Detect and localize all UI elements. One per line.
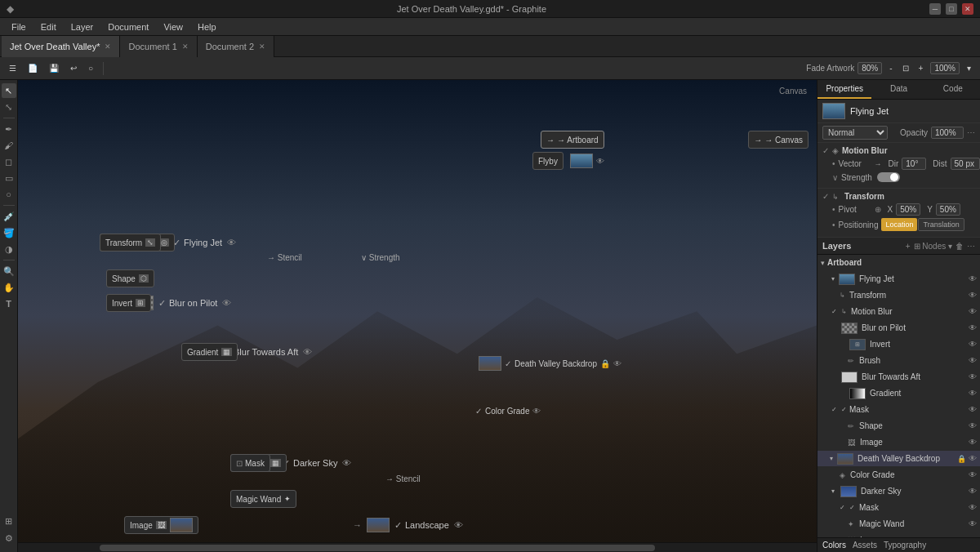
menu-document[interactable]: Document bbox=[101, 20, 155, 33]
dvb-eye-icon[interactable]: 👁 bbox=[613, 359, 621, 368]
pivot-crosshair-icon[interactable]: ⊕ bbox=[875, 205, 881, 214]
layer-item-flying-jet[interactable]: ▾ Flying Jet 👁 bbox=[817, 271, 980, 287]
node-transform[interactable]: Transform ⤡ bbox=[100, 234, 161, 252]
dir-input[interactable] bbox=[902, 158, 926, 170]
opacity-input[interactable] bbox=[931, 127, 964, 139]
flying-jet-eye[interactable]: 👁 bbox=[227, 238, 236, 247]
y-input[interactable] bbox=[936, 203, 960, 216]
tab-close-1[interactable]: ✕ bbox=[105, 42, 111, 51]
layer-item-blur-on-pilot[interactable]: Blur on Pilot 👁 bbox=[817, 320, 980, 336]
tool-hand[interactable]: ✋ bbox=[2, 280, 16, 295]
blur-on-pilot-eye[interactable]: 👁 bbox=[222, 298, 231, 308]
horizontal-scrollbar[interactable] bbox=[18, 542, 817, 552]
node-image2[interactable]: Image 🖼 bbox=[124, 516, 198, 534]
node-canvas[interactable]: → → Canvas bbox=[748, 131, 808, 149]
menu-help[interactable]: Help bbox=[191, 20, 223, 33]
tool-zoom-canvas[interactable]: 🔍 bbox=[2, 264, 16, 278]
tool-settings[interactable]: ⚙ bbox=[2, 531, 16, 545]
tool-rect[interactable]: ▭ bbox=[2, 171, 16, 185]
close-button[interactable]: ✕ bbox=[962, 3, 973, 15]
layers-menu-icon[interactable]: ⋯ bbox=[967, 242, 975, 251]
tab-close-2[interactable]: ✕ bbox=[182, 42, 189, 51]
shape-l-eye[interactable]: 👁 bbox=[969, 421, 977, 430]
flyby-eye-icon[interactable]: 👁 bbox=[596, 157, 604, 166]
tool-fill[interactable]: 🪣 bbox=[2, 225, 16, 240]
node-flyby[interactable]: Flyby bbox=[532, 152, 564, 170]
grad-eye[interactable]: 👁 bbox=[969, 389, 977, 398]
layers-delete-icon[interactable]: 🗑 bbox=[956, 242, 964, 251]
layers-add-icon[interactable]: + bbox=[906, 242, 911, 251]
cg-eye-icon[interactable]: 👁 bbox=[532, 407, 541, 416]
toolbar-redo[interactable]: ○ bbox=[84, 62, 97, 74]
node-invert[interactable]: Invert ⊞ bbox=[106, 294, 151, 312]
maximize-button[interactable]: □ bbox=[946, 3, 957, 15]
zoom-level[interactable]: 100% bbox=[930, 62, 960, 74]
menu-view[interactable]: View bbox=[157, 20, 189, 33]
layer-item-dvb[interactable]: ▾ Death Valley Backdrop 🔒 👁 bbox=[817, 451, 980, 467]
darker-sky-eye[interactable]: 👁 bbox=[342, 458, 351, 468]
zoom-dropdown[interactable]: ▾ bbox=[963, 62, 975, 74]
tool-text[interactable]: T bbox=[2, 296, 16, 311]
dvb-l-eye[interactable]: 👁 bbox=[969, 454, 977, 463]
node-shape[interactable]: Shape ⬡ bbox=[106, 269, 154, 287]
layer-item-blur-towards-aft[interactable]: Blur Towards Aft 👁 bbox=[817, 369, 980, 385]
tool-select[interactable]: ↖ bbox=[2, 83, 16, 98]
layer-item-color-grade[interactable]: ◈ Color Grade 👁 bbox=[817, 467, 980, 483]
toolbar-open[interactable]: 📄 bbox=[24, 62, 42, 74]
image-fj-eye[interactable]: 👁 bbox=[969, 438, 977, 447]
tab-jet-over-death-valley[interactable]: Jet Over Death Valley* ✕ bbox=[2, 36, 120, 57]
tab-document-2[interactable]: Document 2 ✕ bbox=[198, 36, 274, 57]
fj-eye-icon[interactable]: 👁 bbox=[969, 274, 977, 283]
layer-item-magic-wand[interactable]: ✦ Magic Wand 👁 bbox=[817, 516, 980, 532]
mw-l-eye[interactable]: 👁 bbox=[969, 519, 977, 528]
transform-eye[interactable]: 👁 bbox=[969, 291, 977, 300]
b-tab-typography[interactable]: Typography bbox=[884, 541, 926, 550]
layer-item-gradient[interactable]: Gradient 👁 bbox=[817, 385, 980, 402]
node-magic-wand[interactable]: Magic Wand ✦ bbox=[230, 490, 296, 508]
b-tab-assets[interactable]: Assets bbox=[853, 541, 877, 550]
cg-l-eye[interactable]: 👁 bbox=[969, 470, 977, 479]
layer-item-mask2[interactable]: ✓ ✓ Mask 👁 bbox=[817, 500, 980, 516]
node-gradient[interactable]: Gradient ▦ bbox=[181, 343, 238, 361]
tab-document-1[interactable]: Document 1 ✕ bbox=[120, 36, 197, 57]
minimize-button[interactable]: ─ bbox=[929, 3, 941, 15]
toolbar-save[interactable]: 💾 bbox=[45, 62, 63, 74]
menu-edit[interactable]: Edit bbox=[34, 20, 63, 33]
blur-towards-eye[interactable]: 👁 bbox=[303, 347, 312, 357]
layer-item-motion-blur[interactable]: ✓ ↳ Motion Blur 👁 bbox=[817, 304, 980, 320]
node-artboard[interactable]: → → Artboard bbox=[541, 131, 604, 149]
translation-button[interactable]: Translation bbox=[918, 218, 964, 231]
tool-brush[interactable]: 🖌 bbox=[2, 138, 16, 153]
brush-eye[interactable]: 👁 bbox=[969, 356, 977, 365]
strength-toggle[interactable] bbox=[877, 172, 900, 182]
inv-eye[interactable]: 👁 bbox=[969, 340, 977, 349]
tool-layers[interactable]: ⊞ bbox=[2, 514, 16, 528]
fj-toggle-icon[interactable]: ▾ bbox=[831, 275, 835, 283]
tab-data[interactable]: Data bbox=[871, 80, 925, 99]
zoom-in[interactable]: + bbox=[915, 62, 928, 74]
tab-code[interactable]: Code bbox=[926, 80, 980, 99]
tab-properties[interactable]: Properties bbox=[817, 80, 871, 99]
nodes-toggle[interactable]: ⊞ Nodes ▾ bbox=[914, 242, 952, 251]
tab-close-3[interactable]: ✕ bbox=[259, 42, 265, 51]
layer-item-mask[interactable]: ✓ ✓ Mask 👁 bbox=[817, 402, 980, 418]
menu-layer[interactable]: Layer bbox=[65, 20, 100, 33]
x-input[interactable] bbox=[896, 203, 920, 216]
toolbar-undo[interactable]: ↩ bbox=[66, 62, 81, 74]
ds-l-eye[interactable]: 👁 bbox=[969, 487, 977, 496]
motion-blur-check-icon[interactable]: ✓ bbox=[822, 146, 829, 155]
dvb-toggle-l[interactable]: ▾ bbox=[830, 455, 833, 462]
menu-file[interactable]: File bbox=[5, 20, 33, 33]
bop-eye[interactable]: 👁 bbox=[969, 323, 977, 332]
ds-toggle-l[interactable]: ▾ bbox=[831, 487, 835, 495]
blend-mode-select[interactable]: Normal Multiply Screen bbox=[822, 126, 888, 140]
dist-input[interactable] bbox=[951, 158, 980, 170]
toolbar-new[interactable]: ☰ bbox=[5, 62, 20, 74]
tool-gradient[interactable]: ◑ bbox=[2, 242, 16, 256]
m2-eye[interactable]: 👁 bbox=[969, 503, 977, 512]
layer-item-invert[interactable]: ⊞ Invert 👁 bbox=[817, 336, 980, 353]
zoom-fit[interactable]: ⊡ bbox=[898, 62, 913, 74]
scrollbar-thumb[interactable] bbox=[100, 545, 655, 551]
b-tab-colors[interactable]: Colors bbox=[822, 541, 846, 550]
landscape-eye[interactable]: 👁 bbox=[454, 520, 463, 530]
